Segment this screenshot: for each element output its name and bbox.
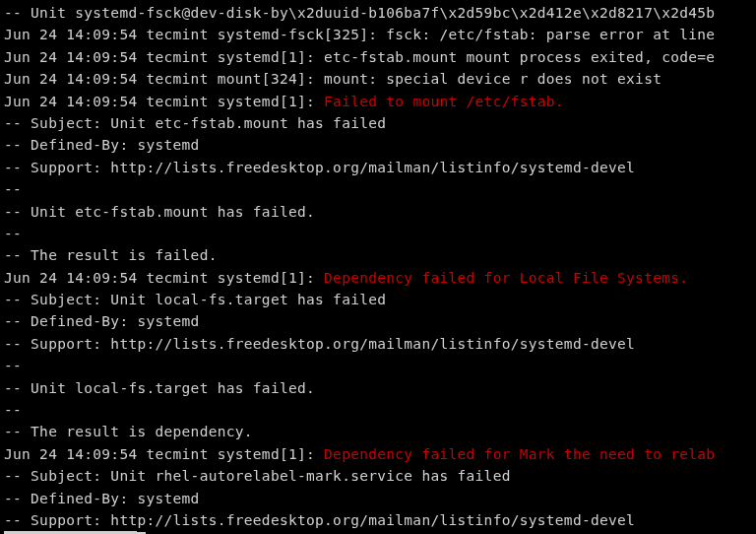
log-line: -- Support: http://lists.freedesktop.org… — [4, 157, 752, 178]
log-line: -- Support: http://lists.freedesktop.org… — [4, 509, 752, 531]
log-line: -- The result is dependency. — [4, 421, 752, 442]
log-line: -- Unit local-fs.target has failed. — [4, 377, 752, 399]
log-segment: -- Subject: Unit local-fs.target has fai… — [4, 292, 386, 307]
log-segment-error: Dependency failed for Mark the need to r… — [324, 446, 715, 462]
log-segment: Jun 24 14:09:54 tecmint systemd[1]: — [4, 446, 324, 462]
log-segment: -- Defined-By: systemd — [4, 491, 200, 506]
log-segment: -- Unit etc-fstab.mount has failed. — [4, 204, 315, 220]
log-segment: Jun 24 14:09:54 tecmint systemd[1]: — [4, 94, 324, 109]
log-line: Jun 24 14:09:54 tecmint systemd-fsck[325… — [4, 24, 752, 45]
log-line: Jun 24 14:09:54 tecmint systemd[1]: Fail… — [4, 91, 752, 112]
log-line: -- — [4, 355, 752, 376]
log-segment: -- Subject: Unit etc-fstab.mount has fai… — [4, 115, 386, 131]
log-line: -- — [4, 399, 752, 421]
log-segment: -- Defined-By: systemd — [4, 137, 200, 153]
log-line: -- Subject: Unit local-fs.target has fai… — [4, 289, 752, 310]
log-segment: -- Unit systemd-fsck@dev-disk-by\x2duuid… — [4, 5, 715, 21]
log-line: -- Defined-By: systemd — [4, 310, 752, 332]
log-segment: -- The result is dependency. — [4, 424, 253, 439]
log-segment: -- — [4, 181, 22, 197]
log-segment: -- Support: http://lists.freedesktop.org… — [4, 512, 635, 528]
log-segment-error: Dependency failed for Local File Systems… — [324, 270, 688, 286]
log-segment: -- Subject: Unit rhel-autorelabel-mark.s… — [4, 468, 511, 484]
log-line: -- Subject: Unit etc-fstab.mount has fai… — [4, 112, 752, 134]
log-segment: Jun 24 14:09:54 tecmint mount[324]: moun… — [4, 71, 662, 87]
log-segment: -- Defined-By: systemd — [4, 313, 200, 329]
log-line: -- Support: http://lists.freedesktop.org… — [4, 333, 752, 355]
log-line: -- Unit etc-fstab.mount has failed. — [4, 201, 752, 223]
log-line: -- The result is failed. — [4, 244, 752, 266]
log-line: -- Defined-By: systemd — [4, 134, 752, 156]
log-line: -- Unit systemd-fsck@dev-disk-by\x2duuid… — [4, 2, 752, 24]
log-segment: -- — [4, 358, 22, 373]
log-line: Jun 24 14:09:54 tecmint systemd[1]: Depe… — [4, 443, 752, 465]
log-line: -- Defined-By: systemd — [4, 488, 752, 509]
log-line: -- — [4, 223, 752, 244]
log-line: Jun 24 14:09:54 tecmint mount[324]: moun… — [4, 68, 752, 90]
terminal-output[interactable]: -- Unit systemd-fsck@dev-disk-by\x2duuid… — [0, 0, 756, 534]
log-line: -- Subject: Unit rhel-autorelabel-mark.s… — [4, 465, 752, 487]
log-line: Jun 24 14:09:54 tecmint systemd[1]: etc-… — [4, 46, 752, 68]
log-segment: -- The result is failed. — [4, 247, 218, 263]
log-segment: -- — [4, 226, 22, 241]
log-segment: Jun 24 14:09:54 tecmint systemd-fsck[325… — [4, 27, 715, 42]
log-segment: -- Unit local-fs.target has failed. — [4, 380, 315, 396]
log-line: Jun 24 14:09:54 tecmint systemd[1]: Depe… — [4, 267, 752, 289]
log-segment-error: Failed to mount /etc/fstab. — [324, 94, 564, 109]
log-segment: -- — [4, 402, 22, 418]
log-segment: Jun 24 14:09:54 tecmint systemd[1]: — [4, 270, 324, 286]
log-segment: Jun 24 14:09:54 tecmint systemd[1]: etc-… — [4, 49, 715, 65]
log-line: -- — [4, 178, 752, 200]
log-segment: -- Support: http://lists.freedesktop.org… — [4, 160, 635, 175]
log-segment: -- Support: http://lists.freedesktop.org… — [4, 336, 635, 352]
